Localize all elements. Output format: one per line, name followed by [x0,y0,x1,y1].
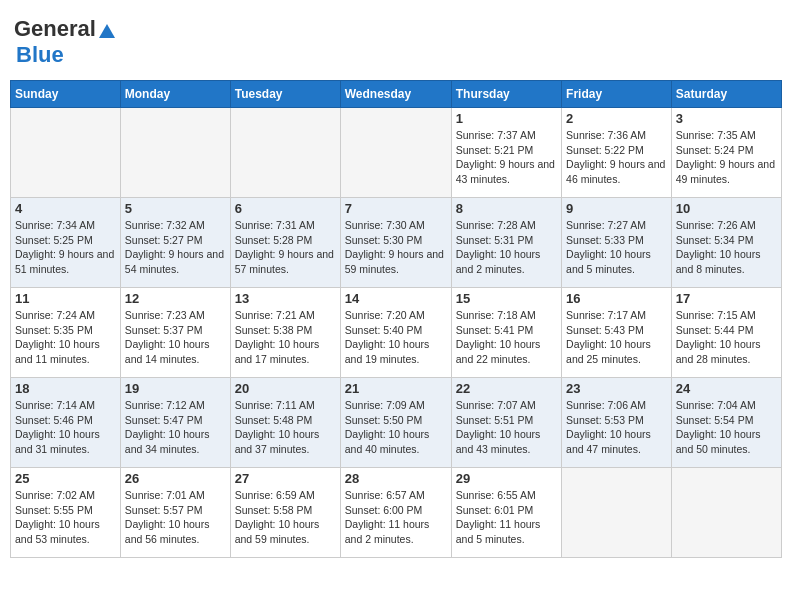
day-info: Sunrise: 7:21 AM Sunset: 5:38 PM Dayligh… [235,308,336,367]
day-number: 29 [456,471,557,486]
calendar-cell: 29Sunrise: 6:55 AM Sunset: 6:01 PM Dayli… [451,468,561,558]
calendar-table: SundayMondayTuesdayWednesdayThursdayFrid… [10,80,782,558]
calendar-cell [562,468,672,558]
day-info: Sunrise: 7:31 AM Sunset: 5:28 PM Dayligh… [235,218,336,277]
svg-marker-0 [99,24,115,38]
calendar-cell: 21Sunrise: 7:09 AM Sunset: 5:50 PM Dayli… [340,378,451,468]
col-header-tuesday: Tuesday [230,81,340,108]
day-info: Sunrise: 6:57 AM Sunset: 6:00 PM Dayligh… [345,488,447,547]
day-number: 8 [456,201,557,216]
col-header-sunday: Sunday [11,81,121,108]
calendar-cell: 3Sunrise: 7:35 AM Sunset: 5:24 PM Daylig… [671,108,781,198]
calendar-cell: 27Sunrise: 6:59 AM Sunset: 5:58 PM Dayli… [230,468,340,558]
calendar-cell: 8Sunrise: 7:28 AM Sunset: 5:31 PM Daylig… [451,198,561,288]
day-number: 27 [235,471,336,486]
calendar-week-row: 1Sunrise: 7:37 AM Sunset: 5:21 PM Daylig… [11,108,782,198]
day-info: Sunrise: 7:26 AM Sunset: 5:34 PM Dayligh… [676,218,777,277]
calendar-cell: 25Sunrise: 7:02 AM Sunset: 5:55 PM Dayli… [11,468,121,558]
calendar-cell: 13Sunrise: 7:21 AM Sunset: 5:38 PM Dayli… [230,288,340,378]
day-info: Sunrise: 7:34 AM Sunset: 5:25 PM Dayligh… [15,218,116,277]
day-info: Sunrise: 7:07 AM Sunset: 5:51 PM Dayligh… [456,398,557,457]
day-info: Sunrise: 7:28 AM Sunset: 5:31 PM Dayligh… [456,218,557,277]
day-info: Sunrise: 7:12 AM Sunset: 5:47 PM Dayligh… [125,398,226,457]
logo-blue: Blue [16,42,64,67]
day-number: 20 [235,381,336,396]
day-info: Sunrise: 7:30 AM Sunset: 5:30 PM Dayligh… [345,218,447,277]
calendar-cell: 11Sunrise: 7:24 AM Sunset: 5:35 PM Dayli… [11,288,121,378]
day-info: Sunrise: 7:02 AM Sunset: 5:55 PM Dayligh… [15,488,116,547]
day-info: Sunrise: 7:17 AM Sunset: 5:43 PM Dayligh… [566,308,667,367]
col-header-thursday: Thursday [451,81,561,108]
day-number: 14 [345,291,447,306]
day-info: Sunrise: 7:37 AM Sunset: 5:21 PM Dayligh… [456,128,557,187]
day-info: Sunrise: 6:55 AM Sunset: 6:01 PM Dayligh… [456,488,557,547]
day-number: 13 [235,291,336,306]
calendar-cell [340,108,451,198]
calendar-cell [671,468,781,558]
calendar-cell: 12Sunrise: 7:23 AM Sunset: 5:37 PM Dayli… [120,288,230,378]
calendar-week-row: 4Sunrise: 7:34 AM Sunset: 5:25 PM Daylig… [11,198,782,288]
col-header-friday: Friday [562,81,672,108]
day-number: 15 [456,291,557,306]
page-header: General Blue [10,10,782,74]
day-number: 25 [15,471,116,486]
day-number: 12 [125,291,226,306]
day-number: 26 [125,471,226,486]
day-info: Sunrise: 7:35 AM Sunset: 5:24 PM Dayligh… [676,128,777,187]
day-number: 24 [676,381,777,396]
calendar-cell: 9Sunrise: 7:27 AM Sunset: 5:33 PM Daylig… [562,198,672,288]
calendar-week-row: 25Sunrise: 7:02 AM Sunset: 5:55 PM Dayli… [11,468,782,558]
day-number: 18 [15,381,116,396]
calendar-cell: 2Sunrise: 7:36 AM Sunset: 5:22 PM Daylig… [562,108,672,198]
calendar-cell: 16Sunrise: 7:17 AM Sunset: 5:43 PM Dayli… [562,288,672,378]
calendar-cell: 7Sunrise: 7:30 AM Sunset: 5:30 PM Daylig… [340,198,451,288]
logo-text: General Blue [14,16,118,68]
calendar-cell: 6Sunrise: 7:31 AM Sunset: 5:28 PM Daylig… [230,198,340,288]
calendar-cell: 24Sunrise: 7:04 AM Sunset: 5:54 PM Dayli… [671,378,781,468]
day-number: 4 [15,201,116,216]
day-number: 3 [676,111,777,126]
day-info: Sunrise: 7:06 AM Sunset: 5:53 PM Dayligh… [566,398,667,457]
calendar-cell: 23Sunrise: 7:06 AM Sunset: 5:53 PM Dayli… [562,378,672,468]
day-number: 21 [345,381,447,396]
day-number: 17 [676,291,777,306]
col-header-saturday: Saturday [671,81,781,108]
day-number: 2 [566,111,667,126]
day-info: Sunrise: 6:59 AM Sunset: 5:58 PM Dayligh… [235,488,336,547]
calendar-cell [11,108,121,198]
day-info: Sunrise: 7:01 AM Sunset: 5:57 PM Dayligh… [125,488,226,547]
day-info: Sunrise: 7:18 AM Sunset: 5:41 PM Dayligh… [456,308,557,367]
logo-icon [97,22,117,42]
col-header-monday: Monday [120,81,230,108]
day-number: 5 [125,201,226,216]
col-header-wednesday: Wednesday [340,81,451,108]
calendar-cell [230,108,340,198]
day-info: Sunrise: 7:20 AM Sunset: 5:40 PM Dayligh… [345,308,447,367]
calendar-cell: 1Sunrise: 7:37 AM Sunset: 5:21 PM Daylig… [451,108,561,198]
logo: General Blue [14,16,118,68]
day-info: Sunrise: 7:09 AM Sunset: 5:50 PM Dayligh… [345,398,447,457]
calendar-cell [120,108,230,198]
calendar-cell: 19Sunrise: 7:12 AM Sunset: 5:47 PM Dayli… [120,378,230,468]
day-number: 16 [566,291,667,306]
day-info: Sunrise: 7:11 AM Sunset: 5:48 PM Dayligh… [235,398,336,457]
day-info: Sunrise: 7:23 AM Sunset: 5:37 PM Dayligh… [125,308,226,367]
calendar-cell: 5Sunrise: 7:32 AM Sunset: 5:27 PM Daylig… [120,198,230,288]
day-number: 10 [676,201,777,216]
calendar-cell: 18Sunrise: 7:14 AM Sunset: 5:46 PM Dayli… [11,378,121,468]
day-number: 1 [456,111,557,126]
day-info: Sunrise: 7:32 AM Sunset: 5:27 PM Dayligh… [125,218,226,277]
calendar-week-row: 18Sunrise: 7:14 AM Sunset: 5:46 PM Dayli… [11,378,782,468]
calendar-cell: 28Sunrise: 6:57 AM Sunset: 6:00 PM Dayli… [340,468,451,558]
calendar-week-row: 11Sunrise: 7:24 AM Sunset: 5:35 PM Dayli… [11,288,782,378]
calendar-cell: 20Sunrise: 7:11 AM Sunset: 5:48 PM Dayli… [230,378,340,468]
day-number: 9 [566,201,667,216]
day-info: Sunrise: 7:15 AM Sunset: 5:44 PM Dayligh… [676,308,777,367]
calendar-cell: 26Sunrise: 7:01 AM Sunset: 5:57 PM Dayli… [120,468,230,558]
day-info: Sunrise: 7:27 AM Sunset: 5:33 PM Dayligh… [566,218,667,277]
day-number: 6 [235,201,336,216]
calendar-cell: 22Sunrise: 7:07 AM Sunset: 5:51 PM Dayli… [451,378,561,468]
calendar-cell: 17Sunrise: 7:15 AM Sunset: 5:44 PM Dayli… [671,288,781,378]
day-number: 22 [456,381,557,396]
day-number: 19 [125,381,226,396]
